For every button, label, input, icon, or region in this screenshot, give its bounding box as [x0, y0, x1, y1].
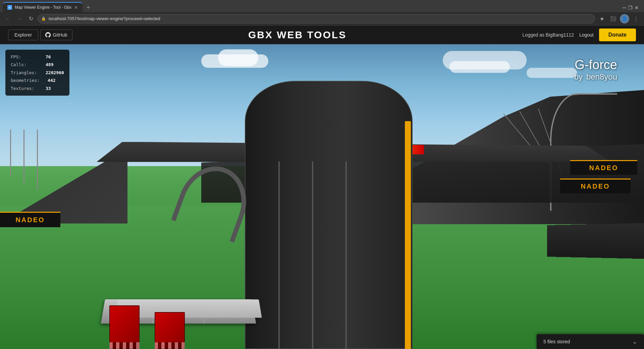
viewer-area[interactable]: NADEO NADEO NADEO TrackMania TrackMania: [0, 44, 644, 349]
textures-label: Textures:: [11, 85, 38, 92]
tab-title: Map Viewer Engine - Tool - Gbx: [15, 5, 71, 10]
stadium-structure-left: [0, 130, 127, 223]
extensions-icon[interactable]: ⬛: [608, 14, 618, 23]
tab-favicon: G: [7, 5, 12, 10]
stats-geometries-row: Geometries: 442: [11, 77, 64, 84]
browser-toolbar: ← → ↻ 🔒 localhost:7057/tool/map-viewer-e…: [0, 12, 644, 26]
map-info-overlay: G-force by ben8you: [574, 58, 617, 82]
calls-label: Calls:: [11, 61, 38, 68]
browser-tab[interactable]: G Map Viewer Engine - Tool - Gbx ✕: [3, 2, 83, 12]
nadeo-banner-right2: NADEO: [560, 179, 631, 193]
github-label: GitHub: [53, 32, 67, 38]
new-tab-button[interactable]: ＋: [83, 2, 94, 12]
nav-right: Logged as BigBang1112 Logout Donate: [523, 29, 636, 41]
textures-value: 33: [46, 85, 51, 92]
app-title: GBX WEB TOOLS: [72, 29, 523, 41]
nav-left: Explorer GitHub: [8, 30, 72, 40]
github-icon: [45, 32, 51, 38]
calls-value: 489: [46, 61, 53, 68]
chevron-down-icon[interactable]: ⌄: [632, 338, 637, 345]
stats-calls-row: Calls: 489: [11, 61, 64, 68]
close-icon[interactable]: ✕: [74, 5, 78, 10]
right-platform: [547, 223, 644, 259]
window-close-icon[interactable]: ✕: [635, 5, 639, 10]
author-name: ben8you: [586, 72, 617, 81]
main-curved-wall: [245, 81, 413, 349]
files-stored-label: 5 files stored: [543, 339, 570, 344]
fps-value: 76: [46, 53, 51, 61]
profile-icon[interactable]: 👤: [620, 14, 629, 23]
url-text: localhost:7057/tool/map-viewer-engine?pr…: [49, 16, 160, 21]
lock-icon: 🔒: [41, 16, 46, 21]
github-button[interactable]: GitHub: [40, 30, 72, 40]
reload-button[interactable]: ↻: [26, 14, 36, 23]
triangles-label: Triangles:: [11, 69, 38, 77]
map-name: G-force: [574, 58, 617, 72]
page-content: Explorer GitHub GBX WEB TOOLS Logged as …: [0, 26, 644, 349]
bookmark-icon[interactable]: ★: [597, 14, 606, 23]
nadeo-banner-left: NADEO: [0, 212, 60, 227]
cloud-5: [527, 68, 577, 78]
geometries-value: 442: [48, 77, 55, 84]
stats-textures-row: Textures: 33: [11, 85, 64, 92]
window-controls: ─ ❐ ✕: [623, 5, 639, 11]
logged-as-text: Logged as BigBang1112: [523, 32, 574, 38]
nadeo-banner-right1: NADEO: [570, 160, 637, 175]
restore-icon[interactable]: ❐: [628, 5, 633, 10]
orange-edge: [405, 121, 411, 349]
by-prefix: by: [574, 72, 583, 81]
explorer-button[interactable]: Explorer: [8, 30, 38, 40]
app-navbar: Explorer GitHub GBX WEB TOOLS Logged as …: [0, 26, 644, 44]
fps-label: FPS:: [11, 53, 38, 61]
triangles-value: 2202960: [46, 69, 64, 77]
address-bar[interactable]: 🔒 localhost:7057/tool/map-viewer-engine?…: [38, 14, 595, 23]
cloud-4: [443, 51, 527, 69]
forward-button[interactable]: →: [15, 14, 24, 23]
donate-button[interactable]: Donate: [599, 29, 636, 41]
stats-triangles-row: Triangles: 2202960: [11, 69, 64, 77]
cloud-2: [218, 49, 258, 66]
menu-icon[interactable]: ⋮: [631, 14, 641, 23]
geometries-label: Geometries:: [11, 77, 40, 84]
bottom-storage-bar[interactable]: 5 files stored ⌄: [537, 334, 644, 349]
logout-button[interactable]: Logout: [579, 32, 594, 38]
stats-overlay: FPS: 76 Calls: 489 Triangles: 2202960 Ge…: [5, 50, 69, 96]
stats-fps-row: FPS: 76: [11, 53, 64, 61]
map-author: by ben8you: [574, 72, 617, 82]
browser-title-bar: G Map Viewer Engine - Tool - Gbx ✕ ＋ ─ ❐…: [0, 0, 644, 12]
minimize-icon[interactable]: ─: [623, 5, 626, 11]
back-button[interactable]: ←: [3, 14, 13, 23]
